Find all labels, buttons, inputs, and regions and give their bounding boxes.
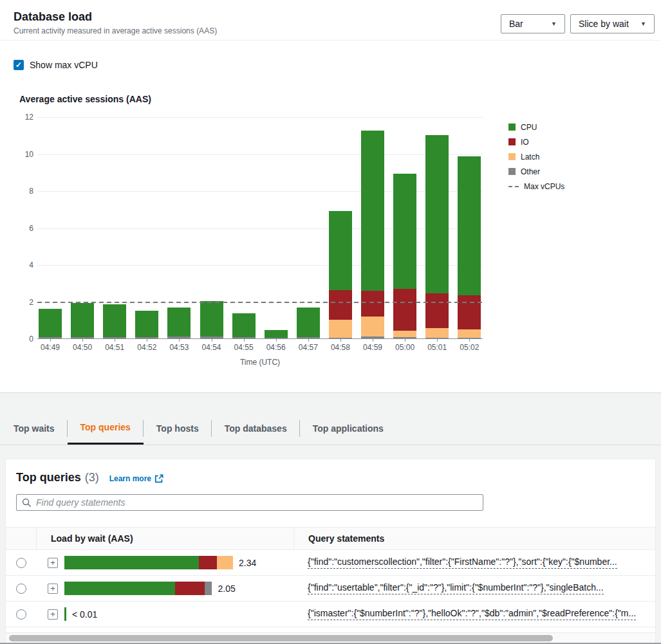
legend-item-other: Other	[508, 164, 564, 179]
bar-segment-other	[297, 337, 320, 338]
chart-bar-04:54[interactable]	[200, 301, 223, 338]
table-body: +2.34{"find":"customerscollection","filt…	[6, 550, 655, 627]
chart-bar-05:00[interactable]	[393, 174, 416, 338]
bar-segment-cpu	[329, 211, 352, 291]
chevron-down-icon: ▼	[640, 21, 646, 27]
load-bar-segment-io	[175, 582, 205, 595]
chevron-down-icon: ▼	[551, 21, 557, 27]
tab-top-databases[interactable]: Top databases	[212, 414, 300, 445]
legend-label: IO	[521, 138, 529, 147]
chart-legend: CPUIOLatchOtherMax vCPUs	[508, 120, 564, 194]
bar-segment-latch	[329, 320, 352, 337]
legend-label: Max vCPUs	[524, 182, 564, 191]
x-axis-tick	[405, 339, 405, 342]
query-statement-link[interactable]: {"find":"customerscollection","filter":{…	[308, 557, 617, 569]
x-axis-tick	[50, 339, 51, 342]
load-bar-segment-cpu	[64, 556, 199, 569]
x-axis-tick	[340, 339, 341, 342]
chart-bar-04:51[interactable]	[103, 304, 126, 338]
database-load-header: Database load Current activity measured …	[0, 0, 661, 41]
legend-label: CPU	[521, 123, 537, 132]
x-axis-tick	[82, 339, 83, 342]
chart-bar-04:57[interactable]	[297, 308, 320, 338]
bar-segment-other	[265, 338, 288, 338]
bar-segment-cpu	[458, 156, 481, 295]
load-bar-segment-cpu	[64, 607, 66, 621]
bar-segment-latch	[393, 331, 416, 338]
chart-controls: Bar ▼ Slice by wait ▼	[501, 14, 655, 33]
load-bar-segment-other	[205, 582, 212, 595]
query-statement-link[interactable]: {"ismaster":{"$numberInt":"?"},"helloOk"…	[308, 608, 636, 620]
load-bar-segment-cpu	[64, 582, 175, 595]
query-search-box	[16, 494, 483, 511]
legend-swatch-icon	[508, 138, 516, 145]
chart-bar-04:52[interactable]	[135, 311, 158, 338]
bar-segment-io	[361, 291, 384, 317]
tab-strip: Top waitsTop queriesTop hostsTop databas…	[0, 393, 661, 445]
x-axis-tick	[179, 339, 180, 342]
bar-segment-other	[458, 338, 481, 338]
x-axis-tick	[437, 339, 438, 342]
bar-segment-cpu	[135, 311, 158, 336]
show-max-vcpu-checkbox[interactable]: ✓	[14, 60, 24, 70]
load-by-wait-cell: +2.05	[36, 582, 293, 595]
query-cell: {"find":"usertable","filter":{"_id":"?"}…	[293, 582, 655, 594]
chart-bar-05:01[interactable]	[425, 135, 449, 338]
x-axis-tick	[244, 339, 245, 342]
bar-segment-cpu	[39, 309, 62, 337]
row-expand-button[interactable]: +	[48, 609, 58, 620]
bar-segment-other	[200, 336, 223, 338]
chart-bar-04:55[interactable]	[232, 313, 256, 338]
query-search-input[interactable]	[36, 497, 478, 508]
bar-segment-other	[135, 337, 158, 338]
slice-by-select[interactable]: Slice by wait ▼	[570, 14, 655, 33]
legend-item-cpu: CPU	[508, 120, 564, 134]
row-expand-button[interactable]: +	[48, 584, 58, 594]
x-axis-title: Time (UTC)	[37, 358, 483, 367]
chart-bar-05:02[interactable]	[458, 156, 481, 338]
select-cell	[6, 584, 36, 594]
row-expand-button[interactable]: +	[48, 558, 58, 568]
chart-bar-04:49[interactable]	[39, 309, 62, 338]
page-title: Database load	[14, 10, 92, 24]
learn-more-label: Learn more	[109, 474, 151, 483]
page-subtitle: Current activity measured in average act…	[14, 26, 217, 35]
chart-bar-04:58[interactable]	[329, 211, 352, 338]
row-radio-button[interactable]	[16, 584, 26, 594]
load-column-header: Load by wait (AAS)	[36, 528, 293, 549]
tab-top-hosts[interactable]: Top hosts	[144, 414, 212, 445]
query-statement-link[interactable]: {"find":"usertable","filter":{"_id":"?"}…	[308, 582, 604, 594]
slice-by-value: Slice by wait	[579, 19, 629, 29]
y-tick-label: 8	[8, 187, 33, 196]
bar-segment-io	[393, 289, 416, 331]
gridline	[37, 154, 483, 155]
chart-bar-04:53[interactable]	[167, 308, 191, 338]
panel-header: Top queries (3) Learn more	[16, 471, 645, 484]
query-column-header: Query statements	[293, 528, 655, 549]
y-tick-label: 6	[8, 224, 33, 233]
bar-segment-io	[425, 293, 449, 327]
chart-bar-04:56[interactable]	[265, 330, 288, 339]
dashed-line-icon	[508, 186, 519, 187]
x-tick-label: 05:02	[450, 343, 489, 352]
chart-bar-04:59[interactable]	[361, 131, 384, 338]
chart-bar-04:50[interactable]	[71, 303, 94, 338]
query-cell: {"find":"customerscollection","filter":{…	[293, 557, 655, 569]
select-cell	[6, 558, 36, 568]
horizontal-scrollbar-thumb[interactable]	[9, 635, 553, 641]
chart-type-select[interactable]: Bar ▼	[501, 14, 565, 33]
legend-item-io: IO	[508, 134, 564, 149]
tab-top-applications[interactable]: Top applications	[300, 414, 396, 445]
aas-chart-plot	[37, 117, 483, 339]
y-tick-label: 12	[8, 113, 33, 122]
legend-swatch-icon	[508, 124, 516, 131]
row-radio-button[interactable]	[16, 609, 26, 620]
row-radio-button[interactable]	[16, 558, 26, 568]
bar-segment-cpu	[232, 313, 256, 336]
legend-label: Other	[521, 167, 540, 176]
learn-more-link[interactable]: Learn more	[109, 474, 163, 483]
chart-title: Average active sessions (AAS)	[19, 94, 151, 104]
tab-top-queries[interactable]: Top queries	[68, 414, 144, 445]
tab-top-waits[interactable]: Top waits	[14, 414, 68, 445]
legend-item-latch: Latch	[508, 149, 564, 164]
